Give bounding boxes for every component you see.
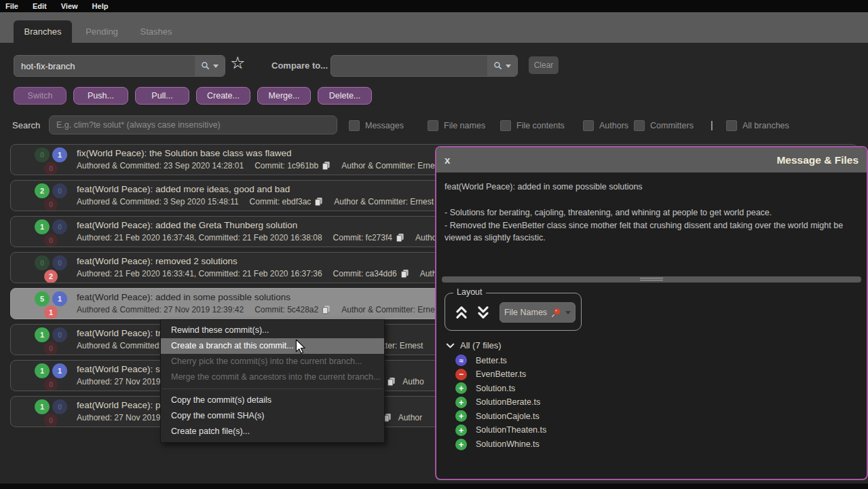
removed-badge: 0 [44, 414, 58, 427]
push-button[interactable]: Push... [73, 87, 128, 105]
menu-item-create-patch[interactable]: Create patch file(s)... [161, 424, 384, 439]
commit-message: feat(World Peace): added in some possibl… [436, 173, 867, 244]
branch-input[interactable] [14, 56, 193, 76]
file-item[interactable]: SolutionBerate.ts [455, 397, 546, 408]
merge-button[interactable]: Merge... [257, 87, 311, 105]
copy-icon[interactable] [322, 305, 331, 314]
menu-item-create-branch[interactable]: Create a branch at this commit... [161, 338, 384, 354]
pin-icon [551, 308, 561, 318]
search-input[interactable] [50, 116, 337, 134]
commit-title: feat(World Peace): start [77, 364, 173, 374]
commit-dates: Authored: 21 Feb 2020 16:37:48, Committe… [77, 233, 322, 242]
commit-sha: Commit: fc273f4 [333, 233, 392, 242]
commit-meta: Authored & Committed: 2 [77, 341, 173, 350]
clear-button[interactable]: Clear [529, 56, 559, 74]
file-names-checkbox[interactable] [428, 120, 438, 131]
commit-meta: Authored: 21 Feb 2020 16:33:41, Committe… [77, 269, 444, 278]
menu-edit[interactable]: Edit [33, 2, 47, 10]
commit-message-body-line: - Solutions for berating, cajoling, thre… [445, 206, 858, 219]
layout-legend: Layout [453, 287, 486, 297]
favorite-star-icon[interactable]: ☆ [230, 54, 245, 71]
behind-badge: 0 [52, 399, 67, 414]
search-box [49, 115, 337, 134]
menu-help[interactable]: Help [92, 2, 109, 10]
menu-item-copy-sha[interactable]: Copy the commit SHA(s) [161, 408, 384, 424]
commit-title: fix(World Peace): the Solution base clas… [77, 148, 441, 158]
panel-title: Message & Files [776, 154, 858, 166]
branch-search-button[interactable] [195, 56, 225, 76]
ahead-badge: 1 [35, 363, 50, 378]
menu-file[interactable]: File [5, 2, 18, 10]
file-item[interactable]: SolutionTheaten.ts [455, 424, 546, 436]
menu-separator [162, 388, 383, 389]
file-item[interactable]: EvenBetter.ts [455, 369, 546, 380]
expand-all-button[interactable] [474, 304, 492, 321]
ahead-badge: 1 [35, 219, 50, 234]
copy-icon[interactable] [322, 161, 331, 170]
file-name: SolutionTheaten.ts [476, 425, 546, 435]
commit-dates: Authored: 27 Nov 2019 12 [77, 377, 172, 386]
removed-file-icon [455, 369, 467, 380]
commit-meta: Authored & Committed: 3 Sep 2020 15:48:1… [77, 197, 444, 206]
commit-sha: Commit: 5c428a2 [254, 305, 318, 314]
search-label: Search [12, 120, 40, 130]
ahead-badge: 5 [35, 291, 50, 306]
file-item[interactable]: Better.ts [455, 355, 546, 366]
behind-badge: 0 [52, 219, 67, 234]
behind-badge: 0 [52, 183, 67, 198]
tab-pending[interactable]: Pending [76, 20, 128, 43]
file-name: SolutionBerate.ts [476, 397, 540, 407]
create-button[interactable]: Create... [196, 87, 250, 105]
file-item[interactable]: SolutionCajole.ts [455, 410, 546, 422]
tab-stashes[interactable]: Stashes [133, 20, 179, 43]
file-contents-checkbox[interactable] [500, 120, 511, 131]
file-item[interactable]: Solution.ts [455, 382, 546, 394]
removed-badge: 0 [44, 378, 58, 391]
close-icon[interactable]: x [445, 155, 450, 165]
copy-icon[interactable] [314, 197, 323, 206]
commit-author: Author & Committer: Ernest [341, 161, 441, 170]
search-icon [493, 61, 503, 71]
compare-input[interactable] [331, 56, 486, 76]
removed-badge: 0 [44, 234, 58, 247]
copy-icon[interactable] [387, 377, 396, 386]
pull-button[interactable]: Pull... [135, 87, 189, 105]
menu-view[interactable]: View [61, 2, 78, 10]
bottom-bar [0, 484, 868, 489]
removed-badge: 2 [44, 270, 58, 283]
context-menu: Rewind these commit(s)... Create a branc… [160, 319, 385, 443]
copy-icon[interactable] [396, 233, 404, 242]
compare-selector [331, 55, 518, 77]
collapse-all-button[interactable] [453, 304, 470, 321]
copy-icon[interactable] [400, 269, 409, 278]
added-file-icon [455, 382, 467, 394]
file-name: SolutionCajole.ts [476, 412, 540, 421]
menu-item-copy-details[interactable]: Copy the commit(s) details [161, 393, 384, 408]
file-name: Better.ts [476, 356, 507, 365]
file-tree-header[interactable]: All (7 files) [446, 340, 502, 350]
search-icon [201, 61, 210, 71]
authors-checkbox[interactable] [583, 120, 594, 131]
all-branches-checkbox[interactable] [726, 120, 737, 131]
chevron-double-down-icon [476, 305, 491, 320]
commit-meta: Authored & Committed: 23 Sep 2020 14:28:… [77, 161, 441, 170]
committers-checkbox[interactable] [634, 120, 645, 131]
ahead-badge: 0 [35, 255, 50, 270]
menu-bar: File Edit View Help [0, 0, 868, 12]
delete-button[interactable]: Delete... [318, 87, 372, 105]
file-layout-dropdown[interactable]: File Names [499, 302, 575, 323]
file-item[interactable]: SolutionWhine.ts [455, 439, 546, 450]
removed-badge: 0 [44, 342, 58, 355]
switch-button[interactable]: Switch [14, 87, 67, 105]
removed-badge: 0 [44, 198, 58, 211]
filter-file-names: File names [428, 120, 485, 131]
commit-title: feat(World Peace): removed 2 solutions [77, 256, 444, 266]
tab-branches[interactable]: Branches [14, 20, 72, 43]
panel-splitter[interactable] [442, 276, 861, 283]
file-name: Solution.ts [476, 384, 515, 393]
menu-item-rewind[interactable]: Rewind these commit(s)... [161, 323, 384, 338]
messages-checkbox[interactable] [349, 120, 360, 131]
commit-dates: Authored & Committed: 3 Sep 2020 15:48:1… [77, 197, 239, 206]
chevron-down-icon [565, 311, 571, 314]
compare-search-button[interactable] [487, 56, 517, 76]
